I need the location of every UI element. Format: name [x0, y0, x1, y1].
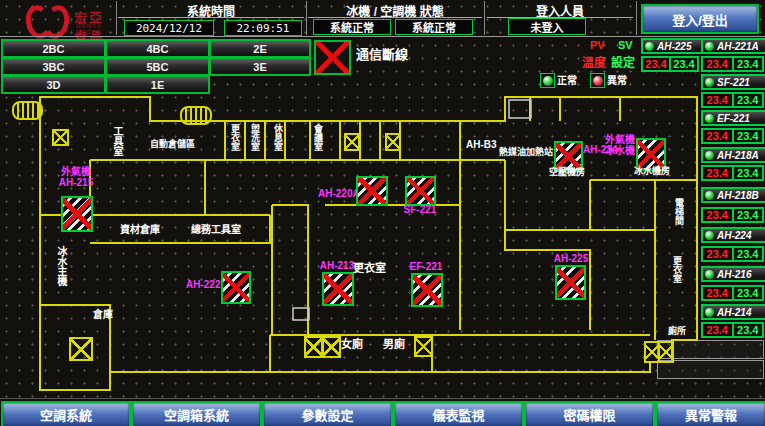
- room-label: 工具室: [111, 126, 124, 174]
- system-date-value: 2024/12/12: [124, 20, 214, 36]
- red-x-icon: [324, 274, 352, 304]
- temp-header: 溫度: [582, 53, 606, 70]
- map-unit-label-ef221: EF-221: [407, 261, 445, 272]
- unit-name: AH-221A: [717, 41, 759, 52]
- room-label: 熱媒油加熱站: [499, 147, 553, 158]
- divider: [306, 1, 307, 35]
- shaft-x-icon: [344, 133, 360, 151]
- nav-button-param-setting[interactable]: 參數設定: [262, 401, 393, 426]
- map-ahu-icon-ah220a[interactable]: [356, 176, 388, 206]
- scada-screen: 宏亞食品 HUNYA FOODS 系統時間 2024/12/12 22:09:5…: [0, 0, 765, 426]
- divider: [636, 1, 637, 35]
- stairs-x-icon: [414, 336, 433, 357]
- room-label: 空壓機房: [549, 167, 585, 178]
- red-x-icon: [223, 273, 249, 302]
- unit-lamp-icon: [705, 42, 714, 51]
- room-label: 電梯間: [672, 198, 685, 238]
- red-x-icon: [413, 275, 441, 305]
- nav-separator: [0, 398, 765, 399]
- divider: [116, 1, 117, 35]
- unit-button-ah225[interactable]: AH-225: [641, 38, 703, 54]
- map-unit-label-ah220a: AH-220A: [318, 188, 356, 199]
- map-unit-label-sf221: SF-221: [400, 204, 440, 215]
- room-label: 冰水主機: [55, 246, 68, 302]
- map-ahu-icon-ah222[interactable]: [221, 271, 251, 304]
- red-x-icon: [638, 140, 664, 169]
- logo-subtext: HUNYA FOODS: [76, 23, 114, 35]
- map-unit-label-ah222: AH-222: [186, 279, 220, 290]
- shaft-x-icon: [52, 129, 69, 146]
- stairs-x-icon: [322, 336, 341, 358]
- sv-value: 23.4: [671, 58, 697, 70]
- top-bar: 宏亞食品 HUNYA FOODS 系統時間 2024/12/12 22:09:5…: [0, 0, 765, 36]
- ahu-status-value: 系統正常: [395, 19, 473, 35]
- room-label: 倉庫: [93, 309, 113, 320]
- room-label: 休息室: [271, 124, 284, 162]
- nav-button-hvac-system[interactable]: 空調系統: [1, 401, 131, 426]
- system-time-value: 22:09:51: [224, 20, 302, 36]
- pv-value: 23.4: [703, 58, 734, 70]
- room-label: 男廁: [383, 339, 405, 350]
- red-x-icon: [316, 42, 349, 73]
- room-label: AH-B3: [466, 139, 497, 150]
- legend-normal-label: 正常: [557, 75, 577, 86]
- map-ahu-icon-ef221[interactable]: [411, 273, 443, 307]
- chiller-status-value: 系統正常: [313, 19, 391, 35]
- map-ahu-icon-ah215[interactable]: [61, 196, 93, 232]
- legend-abnormal-lamp: [590, 73, 605, 88]
- set-header: 設定: [611, 53, 635, 70]
- login-state-value: 未登入: [508, 18, 586, 35]
- room-label: 會議室: [311, 124, 324, 162]
- room-label: 資材倉庫: [120, 224, 160, 235]
- nav-button-ahu-system[interactable]: 空調箱系統: [131, 401, 262, 426]
- floor-button-3e[interactable]: 3E: [209, 57, 311, 76]
- red-x-icon: [63, 198, 91, 230]
- floor-button-2bc[interactable]: 2BC: [1, 39, 106, 58]
- topbar-separator: [0, 36, 765, 37]
- legend-normal-lamp: [540, 73, 555, 88]
- room-label: 自動倉儲區: [150, 139, 195, 150]
- comm-offline-label: 通信斷線: [356, 49, 408, 60]
- room-label: 女廁: [341, 339, 363, 350]
- floor-button-5bc[interactable]: 5BC: [105, 57, 210, 76]
- floor-button-4bc[interactable]: 4BC: [105, 39, 210, 58]
- red-x-icon: [407, 178, 434, 204]
- room-label: 更衣室: [353, 263, 386, 274]
- stairs-x-icon: [304, 336, 323, 358]
- unit-button-ah221a[interactable]: AH-221A: [701, 38, 765, 54]
- shaft-x-icon: [385, 133, 401, 151]
- map-ahu-icon-ah225[interactable]: [555, 265, 586, 300]
- room-label: 更衣室: [228, 124, 241, 162]
- login-logout-button[interactable]: 登入/登出: [641, 4, 759, 34]
- room-label: 冰水機房: [634, 166, 670, 177]
- map-ahu-icon-sf221[interactable]: [405, 176, 436, 206]
- unit-name: AH-225: [657, 41, 691, 52]
- unit-name: SF-221: [717, 77, 750, 88]
- underline: [308, 17, 482, 18]
- floor-button-3bc[interactable]: 3BC: [1, 57, 106, 76]
- pv-value: 23.4: [643, 58, 671, 70]
- map-ahu-icon-ah213[interactable]: [322, 272, 354, 306]
- stairs-x-icon: [658, 341, 674, 363]
- sv-value: 23.4: [734, 58, 763, 70]
- unit-values-ah225: 23.4 23.4: [641, 56, 699, 72]
- map-unit-label-ah225: AH-225: [552, 253, 590, 264]
- nav-button-password-auth[interactable]: 密碼權限: [524, 401, 655, 426]
- unit-lamp-icon: [645, 42, 654, 51]
- room-label: 廁所: [668, 326, 686, 337]
- stairs-icon: [180, 106, 212, 125]
- nav-button-alarm[interactable]: 異常警報: [655, 401, 765, 426]
- room-label: 盥洗室: [248, 124, 261, 162]
- map-unit-label-ah215: 外氣機AH-215: [52, 166, 100, 188]
- stairs-icon: [12, 101, 43, 120]
- company-logo: 宏亞食品 HUNYA FOODS: [2, 1, 114, 35]
- map-unit-label-chiller-ahu: 外氣機冰水機: [604, 134, 636, 156]
- unit-values-ah221a: 23.4 23.4: [701, 56, 764, 72]
- nav-button-meter-monitor[interactable]: 儀表監視: [393, 401, 524, 426]
- comm-offline-icon: [314, 40, 351, 75]
- map-unit-label-ah213: AH-213: [318, 260, 356, 271]
- floor-button-2e[interactable]: 2E: [209, 39, 311, 58]
- pv-header: PV: [590, 39, 605, 51]
- unit-lamp-icon: [705, 78, 714, 87]
- room-label: 總務工具室: [191, 224, 241, 235]
